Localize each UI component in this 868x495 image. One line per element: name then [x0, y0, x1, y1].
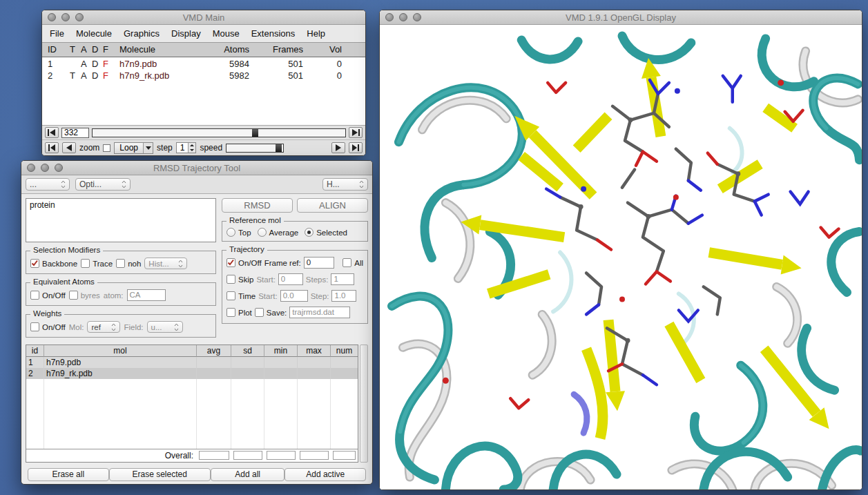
- spin-down[interactable]: [189, 148, 195, 153]
- row-displayed-flag[interactable]: D: [92, 59, 98, 69]
- byres-checkbox[interactable]: byres: [69, 291, 100, 300]
- rmsd-titlebar[interactable]: RMSD Trajectory Tool: [21, 161, 372, 175]
- add-all-button[interactable]: Add all: [211, 468, 285, 481]
- steps-field[interactable]: 1: [331, 273, 354, 285]
- play-forward-button[interactable]: [349, 142, 363, 153]
- row-displayed-flag[interactable]: D: [92, 70, 98, 81]
- overall-num: [333, 451, 356, 460]
- speed-slider[interactable]: [226, 144, 284, 153]
- col-sd[interactable]: sd: [231, 345, 264, 357]
- frame-ref-field[interactable]: 0: [304, 257, 334, 269]
- molecule-row-2[interactable]: 2 T A D F h7n9_rk.pdb 5982 501 0: [42, 70, 365, 82]
- row-fixed-flag[interactable]: F: [103, 70, 108, 81]
- maximize-button[interactable]: [413, 13, 421, 21]
- menu-graphics[interactable]: Graphics: [124, 28, 160, 39]
- weights-onoff-checkbox[interactable]: On/Off: [30, 322, 66, 331]
- plot-label: Plot: [238, 309, 252, 317]
- align-button[interactable]: ALIGN: [297, 198, 368, 213]
- jump-to-end-button[interactable]: [349, 127, 363, 138]
- speed-slider-handle[interactable]: [276, 144, 282, 152]
- result-row-1[interactable]: 1 h7n9.pdb: [26, 357, 358, 368]
- loop-dropdown[interactable]: Loop: [114, 142, 153, 154]
- opengl-canvas[interactable]: [380, 25, 862, 489]
- col-avg[interactable]: avg: [197, 345, 231, 357]
- trace-checkbox[interactable]: Trace: [81, 259, 113, 268]
- step-spinbox[interactable]: 1: [176, 142, 197, 153]
- molecule-row-1[interactable]: 1 A D F h7n9.pdb 5984 501 0: [42, 59, 365, 70]
- plot-checkbox[interactable]: Plot: [226, 308, 252, 317]
- close-button[interactable]: [385, 13, 394, 21]
- close-button[interactable]: [27, 164, 35, 172]
- menu-help[interactable]: Help: [307, 28, 325, 39]
- save-checkbox[interactable]: Save:: [255, 308, 287, 317]
- spinner-arrows[interactable]: [188, 143, 195, 153]
- frame-slider-handle[interactable]: [252, 129, 258, 137]
- atom-selection-input[interactable]: protein: [26, 198, 216, 242]
- row-fixed-flag[interactable]: F: [103, 59, 108, 69]
- rmsd-button[interactable]: RMSD: [222, 198, 293, 213]
- file-menu-dropdown[interactable]: ...: [26, 178, 70, 191]
- noh-checkbox[interactable]: noh: [116, 259, 141, 268]
- all-checkbox[interactable]: All: [343, 258, 363, 267]
- trajectory-onoff-checkbox[interactable]: On/Off: [226, 258, 262, 267]
- frame-slider[interactable]: [92, 128, 346, 137]
- result-row-2[interactable]: 2 h7n9_rk.pdb: [26, 368, 358, 379]
- skip-start-field[interactable]: 0: [278, 273, 303, 285]
- maximize-button[interactable]: [55, 164, 63, 172]
- menu-file[interactable]: File: [50, 28, 64, 39]
- close-button[interactable]: [48, 13, 56, 21]
- time-start-field[interactable]: 0.0: [280, 290, 308, 302]
- vmd-main-titlebar[interactable]: VMD Main: [42, 10, 365, 25]
- minimize-button[interactable]: [399, 13, 407, 21]
- zoom-checkbox[interactable]: [103, 144, 110, 152]
- col-id[interactable]: id: [26, 345, 44, 357]
- col-mol[interactable]: mol: [44, 345, 197, 357]
- menu-extensions[interactable]: Extensions: [251, 28, 296, 39]
- col-max[interactable]: max: [298, 345, 331, 357]
- menu-display[interactable]: Display: [171, 28, 201, 39]
- col-num[interactable]: num: [331, 345, 358, 357]
- cell-mol: h7n9.pdb: [44, 357, 197, 368]
- minimize-button[interactable]: [61, 13, 70, 21]
- col-frames: Frames: [262, 44, 303, 55]
- step-forward-button[interactable]: [331, 142, 345, 153]
- row-active-flag[interactable]: A: [81, 70, 87, 81]
- field-dropdown[interactable]: u...: [147, 321, 183, 333]
- reverse-play-button[interactable]: [45, 142, 59, 153]
- time-step-field[interactable]: 1.0: [331, 290, 356, 302]
- row-active-flag[interactable]: A: [81, 59, 87, 69]
- time-checkbox[interactable]: Time: [226, 291, 255, 300]
- save-filename-field[interactable]: trajrmsd.dat: [289, 307, 350, 318]
- reference-selected-radio[interactable]: Selected: [305, 228, 347, 237]
- triangle-left-icon: [65, 144, 73, 151]
- checkbox-box: [343, 258, 351, 267]
- backbone-checkbox[interactable]: Backbone: [30, 259, 77, 268]
- col-min[interactable]: min: [264, 345, 298, 357]
- mol-dropdown[interactable]: ref: [87, 321, 120, 333]
- opengl-titlebar[interactable]: VMD 1.9.1 OpenGL Display: [380, 10, 862, 25]
- erase-selected-button[interactable]: Erase selected: [109, 468, 211, 481]
- table-scrollbar[interactable]: [360, 344, 368, 463]
- maximize-button[interactable]: [75, 13, 84, 21]
- skip-checkbox[interactable]: Skip: [226, 275, 253, 284]
- erase-all-button[interactable]: Erase all: [28, 468, 109, 481]
- equivalent-onoff-checkbox[interactable]: On/Off: [30, 291, 66, 300]
- row-top-flag[interactable]: T: [70, 70, 75, 81]
- minimize-button[interactable]: [41, 164, 49, 172]
- play-reverse-icon: [48, 144, 56, 151]
- reference-top-radio[interactable]: Top: [226, 228, 251, 237]
- chevron-down-icon: [190, 149, 194, 151]
- time-label: Time: [238, 292, 255, 300]
- menu-mouse[interactable]: Mouse: [213, 28, 240, 39]
- step-back-button[interactable]: [62, 142, 76, 153]
- menu-molecule[interactable]: Molecule: [76, 28, 112, 39]
- history-dropdown[interactable]: Hist...: [144, 258, 187, 269]
- add-active-button[interactable]: Add active: [284, 468, 366, 481]
- options-menu-dropdown[interactable]: Opti...: [75, 178, 131, 191]
- jump-to-start-button[interactable]: [45, 127, 59, 138]
- frame-number-field[interactable]: 332: [61, 128, 89, 138]
- reference-average-radio[interactable]: Average: [258, 228, 299, 237]
- help-menu-dropdown[interactable]: H...: [322, 178, 368, 191]
- spin-up[interactable]: [189, 143, 195, 148]
- atom-field[interactable]: CA: [127, 289, 166, 301]
